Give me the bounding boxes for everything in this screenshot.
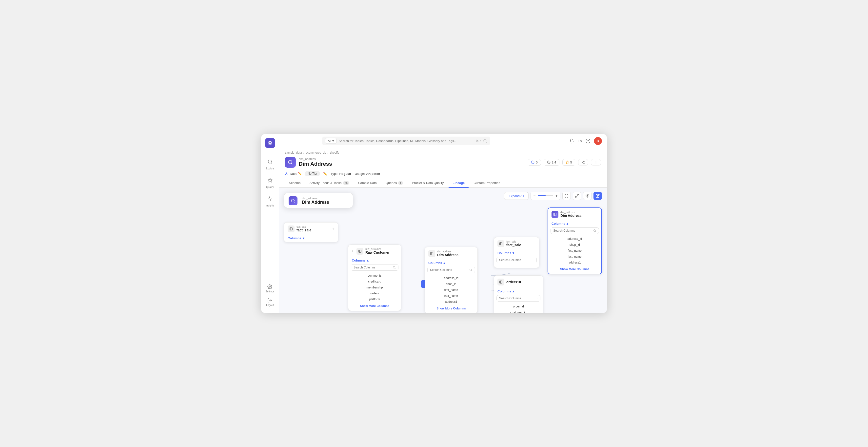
dim-address-right-columns-toggle[interactable]: Columns ▴ [548,220,601,228]
stars-badge[interactable]: 5 [562,159,575,166]
svg-point-5 [484,140,486,142]
svg-marker-11 [566,161,569,163]
history-value: 2.4 [552,160,556,164]
more-options-button[interactable] [591,159,601,166]
svg-point-1 [269,142,271,144]
dim-address-right-show-more[interactable]: Show More Columns [551,266,599,271]
tab-schema[interactable]: Schema [285,179,305,188]
dim-address-right-columns-chevron: ▴ [566,222,568,226]
sidebar-item-insights-label: Insights [266,204,274,207]
dim-address-center-columns-toggle[interactable]: Columns ▴ [425,260,477,267]
sidebar-item-insights[interactable]: Insights [266,195,275,207]
tab-sample-data[interactable]: Sample Data [354,179,381,188]
issues-badge: 0 [528,159,541,166]
tab-custom-properties[interactable]: Custom Properties [470,179,504,188]
fact-sale-left-add[interactable]: + [332,227,335,232]
search-filter-all[interactable]: All ▾ [325,138,337,144]
dim-address-right-title-wrap: dim_address Dim Address [560,211,582,218]
zoom-in-button[interactable]: + [553,192,560,200]
usage-label: Usage: 0th pctile [355,172,380,176]
history-badge: 2.4 [544,159,559,166]
orders10-search-input[interactable] [499,297,536,300]
tab-queries[interactable]: Queries 1 [382,179,407,188]
dim-address-right-title: Dim Address [560,214,582,218]
fact-sale-left-subtitle: fact_sale [297,226,311,228]
help-icon[interactable] [586,139,591,144]
app-logo[interactable] [265,138,275,148]
search-input[interactable] [339,139,474,143]
svg-point-3 [269,286,271,288]
fact-sale-right-card: fact_sale fact_sale Columns ▾ [494,237,539,268]
raw-customer-search-input[interactable] [353,266,392,269]
owner-label: Data [290,172,297,176]
dim-address-center-icon [428,250,435,257]
zoom-out-button[interactable]: − [531,192,538,200]
zoom-bar [538,195,553,196]
topbar: All ▾ ⌘ × EN R [279,134,607,148]
svg-point-2 [268,160,271,163]
list-item: comments [351,273,398,278]
svg-line-22 [576,196,577,197]
raw-customer-search-icon [393,266,396,269]
fact-sale-left-card: fact_sale fact_sale + Columns ▾ [284,222,338,242]
orders10-columns-toggle[interactable]: Columns ▴ [494,288,543,295]
fact-sale-right-columns-toggle[interactable]: Columns ▾ [494,250,539,257]
sidebar-item-explore[interactable]: Explore [266,157,275,170]
fit-view-button[interactable] [562,191,571,200]
entity-subtitle: dim_address [299,157,332,161]
svg-rect-32 [431,252,433,255]
expand-all-button[interactable]: Expand All [504,192,529,200]
list-item: membership [351,285,398,291]
notifications-icon[interactable] [569,139,574,144]
orders10-title-wrap: orders10 [506,280,521,284]
orders10-title: orders10 [506,280,521,284]
sidebar: Explore Quality Insights [261,134,279,313]
svg-point-9 [531,161,534,164]
dim-address-right-search-input[interactable] [553,229,592,232]
sidebar-item-logout-label: Logout [266,304,274,306]
dim-address-center-subtitle: dim_address [437,250,459,253]
raw-customer-columns-toggle[interactable]: Columns ▴ [348,257,401,264]
raw-customer-show-more[interactable]: Show More Columns [351,302,398,308]
fact-sale-right-search-input[interactable] [499,258,536,262]
breadcrumb-item-ecommerce-db[interactable]: ecommerce_db [306,151,326,154]
language-selector[interactable]: EN [578,139,582,143]
raw-customer-add-left[interactable]: + [352,249,353,253]
tab-profiler[interactable]: Profiler & Data Quality [408,179,448,188]
search-bar: All ▾ ⌘ × [322,137,490,145]
raw-customer-subtitle: raw_customer [365,248,390,250]
breadcrumb-item-shopify[interactable]: shopify [330,151,339,154]
sidebar-item-explore-label: Explore [266,167,274,170]
list-item: address1 [551,260,599,266]
edit-owner-icon[interactable]: ✏️ [298,172,302,175]
dim-address-center-search [427,267,475,273]
dim-address-center-search-icon [469,268,472,271]
svg-line-15 [583,162,584,163]
settings-button[interactable] [583,191,591,200]
dim-address-right-columns-body: address_id shop_id first_name last_name … [548,228,601,274]
dim-address-right-subtitle: dim_address [560,211,582,214]
list-item: creditcard [351,278,398,285]
tab-lineage[interactable]: Lineage [448,179,469,188]
sidebar-item-settings[interactable]: Settings [266,284,274,293]
dim-address-right-search [551,228,599,234]
more-icon [594,160,598,164]
tab-activity-feeds[interactable]: Activity Feeds & Tasks 36 [306,179,353,188]
edit-lineage-button[interactable] [593,191,602,200]
fullscreen-button[interactable] [573,191,581,200]
breadcrumb-item-sample-data[interactable]: sample_data [285,151,302,154]
edit-tier-icon[interactable]: ✏️ [323,172,327,176]
svg-line-16 [583,161,584,162]
list-item: shop_id [551,242,599,248]
svg-rect-27 [290,228,292,231]
share-button[interactable] [578,159,588,166]
dim-address-center-search-input[interactable] [430,268,468,272]
sidebar-item-logout[interactable]: Logout [266,298,274,306]
entity-header: dim_address Dim Address 0 2.4 5 [285,157,601,168]
orders10-header: orders10 [494,276,543,288]
user-avatar[interactable]: R [594,137,602,145]
sidebar-item-quality[interactable]: Quality [266,176,275,188]
dim-address-center-show-more[interactable]: Show More Columns [427,305,475,311]
tier-tag: No Tier [305,171,320,176]
fact-sale-left-columns-toggle[interactable]: Columns ▾ [284,235,338,242]
